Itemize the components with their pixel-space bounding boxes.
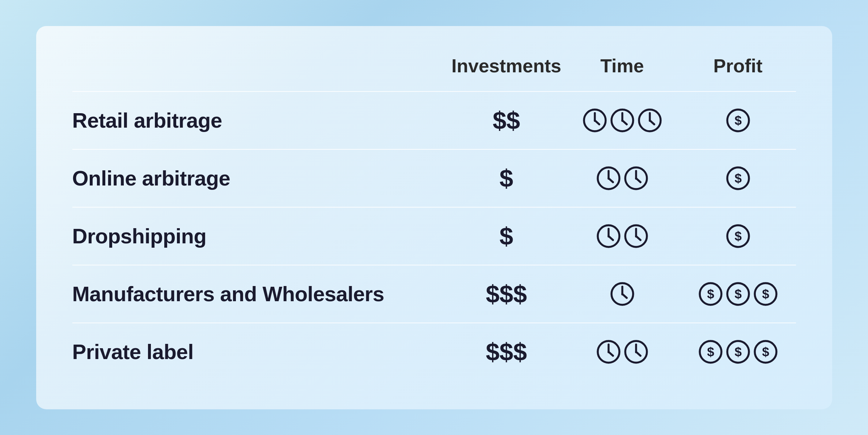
svg-line-24: [636, 236, 640, 240]
time-cell: [564, 108, 680, 133]
comparison-table: Investments Time Profit Retail arbitrage…: [72, 55, 796, 380]
header-profit: Profit: [680, 55, 796, 77]
investments-cell: $$$: [449, 280, 564, 308]
profit-icon: $: [726, 166, 750, 191]
investment-value: $$$: [486, 280, 527, 308]
clock-icon: [610, 108, 635, 133]
row-label: Manufacturers and Wholesalers: [72, 282, 449, 306]
time-cell: [564, 340, 680, 364]
clock-icon: [610, 282, 635, 306]
header-time: Time: [564, 55, 680, 77]
main-card: Investments Time Profit Retail arbitrage…: [36, 26, 832, 409]
clock-icon: [624, 166, 648, 191]
svg-line-8: [650, 120, 654, 124]
clock-icon: [624, 340, 648, 364]
profit-icon: $: [753, 340, 778, 364]
time-cell: [564, 166, 680, 191]
clock-icon: [596, 166, 621, 191]
table-row: Private label $$$ $ $ $: [72, 323, 796, 380]
profit-icon: $: [726, 282, 750, 306]
profit-cell: $: [680, 224, 796, 248]
table-row: Dropshipping $ $: [72, 207, 796, 265]
investment-value: $: [500, 222, 513, 250]
svg-line-13: [609, 178, 613, 182]
svg-text:$: $: [734, 171, 742, 185]
investments-cell: $: [449, 164, 564, 192]
profit-icon: $: [698, 282, 723, 306]
profit-icon: $: [726, 340, 750, 364]
profit-cell: $ $ $: [680, 340, 796, 364]
row-label: Retail arbitrage: [72, 108, 449, 132]
svg-line-29: [622, 294, 627, 298]
row-label: Online arbitrage: [72, 166, 449, 190]
clock-icon: [596, 224, 621, 248]
table-row: Online arbitrage $ $: [72, 149, 796, 207]
svg-text:$: $: [734, 113, 742, 127]
time-cell: [564, 282, 680, 306]
svg-text:$: $: [734, 287, 742, 301]
svg-line-41: [636, 352, 640, 356]
clock-icon: [624, 224, 648, 248]
clock-icon: [638, 108, 662, 133]
row-label: Dropshipping: [72, 224, 449, 248]
svg-text:$: $: [734, 229, 742, 243]
profit-icon: $: [726, 108, 750, 133]
row-label: Private label: [72, 340, 449, 364]
svg-line-21: [609, 236, 613, 240]
svg-text:$: $: [707, 287, 714, 301]
investment-value: $$: [493, 106, 520, 135]
profit-icon: $: [698, 340, 723, 364]
investment-value: $: [500, 164, 513, 192]
investment-value: $$$: [486, 338, 527, 366]
investments-cell: $: [449, 222, 564, 250]
profit-cell: $: [680, 108, 796, 133]
svg-line-2: [595, 120, 599, 124]
svg-text:$: $: [707, 345, 714, 359]
svg-text:$: $: [762, 287, 769, 301]
header-investments: Investments: [449, 55, 564, 77]
clock-icon: [596, 340, 621, 364]
table-header: Investments Time Profit: [72, 55, 796, 88]
profit-icon: $: [753, 282, 778, 306]
profit-cell: $: [680, 166, 796, 191]
header-col1: [72, 55, 449, 77]
svg-line-5: [622, 120, 627, 124]
table-body: Retail arbitrage $$ $ Online arbitrage $…: [72, 91, 796, 380]
svg-line-38: [609, 352, 613, 356]
investments-cell: $$$: [449, 338, 564, 366]
table-row: Retail arbitrage $$ $: [72, 91, 796, 149]
profit-icon: $: [726, 224, 750, 248]
investments-cell: $$: [449, 106, 564, 135]
svg-text:$: $: [762, 345, 769, 359]
svg-text:$: $: [734, 345, 742, 359]
table-row: Manufacturers and Wholesalers $$$ $ $ $: [72, 265, 796, 323]
svg-line-16: [636, 178, 640, 182]
profit-cell: $ $ $: [680, 282, 796, 306]
time-cell: [564, 224, 680, 248]
clock-icon: [583, 108, 607, 133]
